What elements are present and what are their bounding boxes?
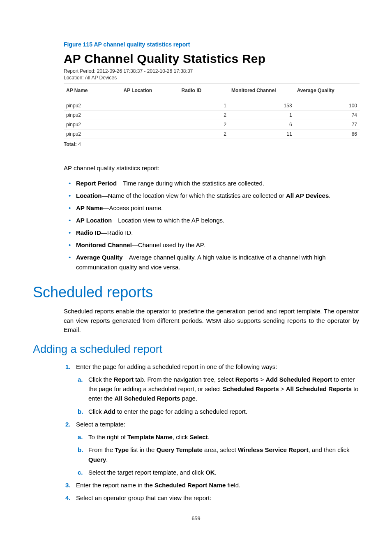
term: Report Period	[76, 180, 117, 187]
list-item: Monitored Channel—Channel used by the AP…	[76, 240, 359, 250]
cell-monitored-channel: 153	[229, 101, 295, 111]
table-row: pinpu2 2 11 86	[64, 130, 360, 139]
cell-monitored-channel: 11	[229, 130, 295, 139]
substeps: To the right of Template Name, click Sel…	[76, 432, 359, 477]
step-2b: From the Type list in the Query Template…	[88, 445, 359, 464]
term: Location	[76, 192, 102, 199]
table-row: pinpu2 2 1 74	[64, 111, 360, 120]
step-text: Select a template:	[76, 421, 125, 428]
list-item: AP Name—Access point name.	[76, 203, 359, 213]
col-monitored-channel: Monitored Channel	[229, 83, 295, 101]
cell-ap-location	[121, 101, 179, 111]
term: Average Quality	[76, 254, 123, 261]
table-row: pinpu2 1 153 100	[64, 101, 360, 111]
substeps: Click the Report tab. From the navigatio…	[76, 375, 359, 416]
col-radio-id: Radio ID	[179, 83, 229, 101]
table-row: pinpu2 2 6 77	[64, 120, 360, 130]
step-3: Enter the report name in the Scheduled R…	[76, 480, 359, 490]
desc: —Location view to which the AP belongs.	[112, 217, 224, 224]
step-1: Enter the page for adding a scheduled re…	[76, 362, 359, 416]
figure-caption: Figure 115 AP channel quality statistics…	[64, 41, 359, 48]
report-table: AP Name AP Location Radio ID Monitored C…	[64, 83, 360, 139]
steps-list: Enter the page for adding a scheduled re…	[64, 362, 359, 503]
step-1a: Click the Report tab. From the navigatio…	[88, 375, 359, 403]
cell-monitored-channel: 6	[229, 120, 295, 130]
cell-ap-location	[121, 111, 179, 120]
list-item: AP Location—Location view to which the A…	[76, 216, 359, 225]
step-text: Enter the page for adding a scheduled re…	[76, 363, 277, 370]
total-label: Total:	[64, 141, 77, 147]
desc: —Channel used by the AP.	[132, 241, 205, 248]
term: AP Location	[76, 217, 112, 224]
term: Radio ID	[76, 229, 101, 236]
desc: —Radio ID.	[101, 229, 133, 236]
total-value: 4	[78, 141, 81, 147]
cell-radio-id: 2	[179, 130, 229, 139]
desc-bold: All AP Devices	[286, 192, 329, 199]
report-title: AP Channel Quality Statistics Rep	[64, 52, 359, 66]
table-header-row: AP Name AP Location Radio ID Monitored C…	[64, 83, 360, 101]
cell-radio-id: 2	[179, 120, 229, 130]
table-total: Total: 4	[64, 141, 359, 147]
report-period: Report Period: 2012-09-26 17:38:37 - 201…	[64, 68, 359, 74]
cell-monitored-channel: 1	[229, 111, 295, 120]
col-ap-location: AP Location	[121, 83, 179, 101]
cell-radio-id: 1	[179, 101, 229, 111]
heading-scheduled-reports: Scheduled reports	[33, 284, 359, 301]
intro-line: AP channel quality statistics report:	[64, 164, 359, 172]
term: AP Name	[76, 204, 103, 211]
paragraph: Scheduled reports enable the operator to…	[64, 307, 359, 335]
step-1b: Click Add to enter the page for adding a…	[88, 407, 359, 416]
cell-avg-quality: 74	[295, 111, 360, 120]
col-average-quality: Average Quality	[295, 83, 360, 101]
desc: .	[329, 192, 330, 199]
step-text: Select an operator group that can view t…	[76, 494, 211, 501]
step-2c: Select the target report template, and c…	[88, 468, 359, 477]
page-number: 659	[0, 515, 392, 521]
desc: —Name of the location view for which the…	[102, 192, 286, 199]
cell-ap-name: pinpu2	[64, 101, 121, 111]
list-item: Report Period—Time range during which th…	[76, 178, 359, 188]
desc: —Access point name.	[103, 204, 163, 211]
list-item: Average Quality—Average channel quality.…	[76, 253, 359, 272]
report-location: Location: All AP Devices	[64, 75, 359, 81]
cell-avg-quality: 100	[295, 101, 360, 111]
cell-avg-quality: 77	[295, 120, 360, 130]
step-2: Select a template: To the right of Templ…	[76, 419, 359, 477]
cell-ap-location	[121, 130, 179, 139]
definition-list: Report Period—Time range during which th…	[64, 178, 359, 272]
cell-ap-name: pinpu2	[64, 120, 121, 130]
cell-avg-quality: 86	[295, 130, 360, 139]
cell-radio-id: 2	[179, 111, 229, 120]
cell-ap-name: pinpu2	[64, 130, 121, 139]
list-item: Radio ID—Radio ID.	[76, 228, 359, 238]
cell-ap-location	[121, 120, 179, 130]
cell-ap-name: pinpu2	[64, 111, 121, 120]
list-item: Location—Name of the location view for w…	[76, 191, 359, 201]
col-ap-name: AP Name	[64, 83, 121, 101]
term: Monitored Channel	[76, 241, 132, 248]
step-2a: To the right of Template Name, click Sel…	[88, 432, 359, 442]
desc: —Time range during which the statistics …	[117, 180, 264, 187]
step-4: Select an operator group that can view t…	[76, 493, 359, 503]
heading-adding-scheduled-report: Adding a scheduled report	[33, 343, 359, 356]
